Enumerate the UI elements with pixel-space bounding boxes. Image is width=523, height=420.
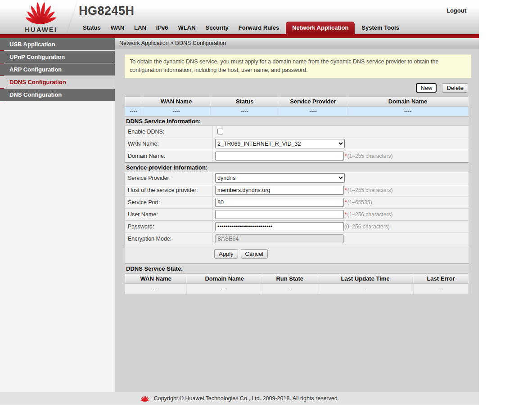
tab-forward-rules[interactable]: Forward Rules: [234, 22, 284, 34]
col-state-wan-name: WAN Name: [125, 273, 187, 283]
sidebar-item-ddns-configuration[interactable]: DDNS Configuration: [0, 76, 115, 88]
wan-name-row: WAN Name: 2_TR069_INTERNET_R_VID_32: [125, 138, 469, 150]
enable-ddns-checkbox[interactable]: [217, 129, 223, 134]
cancel-button[interactable]: Cancel: [241, 249, 268, 259]
service-provider-label: Service Provider:: [125, 172, 213, 184]
wan-name-select[interactable]: 2_TR069_INTERNET_R_VID_32: [215, 139, 345, 148]
col-wan-name: WAN Name: [142, 96, 211, 106]
col-domain-name: Domain Name: [347, 96, 469, 106]
host-input[interactable]: [215, 186, 344, 195]
state-header-row: WAN Name Domain Name Run State Last Upda…: [125, 273, 469, 283]
sidebar-item-dns-configuration[interactable]: DNS Configuration: [0, 89, 115, 101]
host-hint: (1–255 characters): [347, 187, 393, 193]
domain-name-input[interactable]: [215, 152, 344, 161]
enable-ddns-row: Enable DDNS:: [125, 126, 469, 138]
state-row: -- -- -- -- --: [125, 283, 469, 294]
required-mark: *: [345, 187, 347, 193]
new-button[interactable]: New: [416, 83, 437, 93]
user-name-label: User Name:: [125, 209, 213, 220]
host-label: Host of the service provider:: [125, 184, 213, 196]
huawei-logo: HUAWEI: [16, 2, 66, 33]
tab-system-tools[interactable]: System Tools: [356, 22, 404, 34]
col-last-update-time: Last Update Time: [317, 273, 414, 283]
tab-status[interactable]: Status: [78, 22, 106, 34]
tab-wan[interactable]: WAN: [106, 22, 129, 34]
service-port-label: Service Port:: [125, 197, 213, 208]
sidebar-item-arp-configuration[interactable]: ARP Configuration: [0, 63, 115, 76]
footer-huawei-icon: [140, 395, 150, 402]
user-name-input[interactable]: [215, 210, 344, 219]
cell-state-domain-name: --: [187, 283, 262, 294]
domain-name-hint: (1–255 characters): [347, 153, 393, 159]
cell-run-state: --: [262, 283, 317, 294]
huawei-flower-icon: [23, 2, 59, 25]
col-service-provider: Service Provider: [279, 96, 347, 106]
delete-button[interactable]: Delete: [442, 83, 468, 93]
encryption-mode-label: Encryption Mode:: [125, 233, 213, 245]
cell-last-error: --: [413, 283, 468, 294]
password-label: Password:: [125, 221, 213, 232]
service-port-hint: (1–65535): [347, 199, 372, 206]
service-port-row: Service Port: *(1–65535): [125, 197, 469, 209]
encryption-mode-row: Encryption Mode:: [125, 233, 469, 245]
domain-name-label: Domain Name:: [125, 150, 213, 162]
header-divider: [64, 0, 80, 34]
service-provider-select[interactable]: dyndns: [215, 173, 345, 183]
service-port-input[interactable]: [215, 198, 344, 207]
wan-name-label: WAN Name:: [125, 138, 213, 150]
required-mark: *: [345, 199, 347, 206]
ddns-entries-table: WAN Name Status Service Provider Domain …: [125, 96, 469, 116]
tab-wlan[interactable]: WLAN: [173, 22, 201, 34]
col-select: [125, 96, 142, 106]
password-hint: (0–256 characters): [344, 223, 390, 230]
cell-wan-name: ----: [142, 106, 211, 116]
cell-select: ----: [125, 106, 142, 116]
sidebar: USB Application UPnP Configuration ARP C…: [0, 38, 115, 392]
service-provider-row: Service Provider: dyndns: [125, 172, 469, 184]
section-ddns-service-information: DDNS Service Information:: [125, 116, 469, 126]
cell-state-wan-name: --: [125, 283, 187, 294]
col-run-state: Run State: [262, 273, 317, 283]
required-mark: *: [345, 211, 347, 218]
tab-security[interactable]: Security: [201, 22, 234, 34]
cell-last-update-time: --: [317, 283, 414, 294]
col-status: Status: [211, 96, 279, 106]
sidebar-item-upnp-configuration[interactable]: UPnP Configuration: [0, 51, 115, 63]
form-buttons-row: Apply Cancel: [125, 245, 469, 264]
cell-domain-name: ----: [347, 106, 469, 116]
col-last-error: Last Error: [413, 273, 468, 283]
info-note: To obtain the dynamic DNS service, you m…: [125, 54, 471, 78]
user-name-row: User Name: *(1–256 characters): [125, 209, 469, 221]
table-header-row: WAN Name Status Service Provider Domain …: [125, 96, 469, 106]
col-state-domain-name: Domain Name: [187, 273, 262, 283]
copyright-text: Copyright © Huawei Technologies Co., Ltd…: [154, 395, 339, 402]
header: HUAWEI HG8245H Logout Status WAN LAN IPv…: [0, 0, 479, 34]
main-nav: Status WAN LAN IPv6 WLAN Security Forwar…: [78, 22, 404, 34]
tab-ipv6[interactable]: IPv6: [151, 22, 173, 34]
domain-name-row: Domain Name: *(1–255 characters): [125, 150, 469, 162]
breadcrumb: Network Application > DDNS Configuration: [115, 38, 479, 49]
user-name-hint: (1–256 characters): [347, 211, 393, 218]
tab-lan[interactable]: LAN: [129, 22, 151, 34]
password-row: Password: (0–256 characters): [125, 221, 469, 233]
host-row: Host of the service provider: *(1–255 ch…: [125, 184, 469, 197]
header-red-bar: [0, 34, 479, 38]
password-input[interactable]: [215, 222, 344, 231]
tab-network-application[interactable]: Network Application: [286, 22, 355, 34]
logout-link[interactable]: Logout: [446, 7, 466, 14]
apply-button[interactable]: Apply: [214, 249, 238, 259]
sidebar-item-usb-application[interactable]: USB Application: [0, 38, 115, 50]
ddns-state-table: WAN Name Domain Name Run State Last Upda…: [125, 273, 469, 294]
enable-ddns-label: Enable DDNS:: [125, 126, 213, 138]
required-mark: *: [345, 153, 347, 159]
encryption-mode-input: [215, 234, 344, 243]
cell-status: ----: [211, 106, 279, 116]
section-service-provider-information: Service provider information:: [125, 162, 469, 172]
brand-name: HUAWEI: [16, 26, 66, 33]
router-admin-page: HUAWEI HG8245H Logout Status WAN LAN IPv…: [0, 0, 479, 405]
table-row[interactable]: ---- ---- ---- ---- ----: [125, 106, 469, 116]
section-ddns-service-state: DDNS Service State:: [125, 264, 469, 273]
footer: Copyright © Huawei Technologies Co., Ltd…: [0, 392, 479, 405]
table-actions: New Delete: [125, 83, 468, 93]
cell-service-provider: ----: [279, 106, 347, 116]
